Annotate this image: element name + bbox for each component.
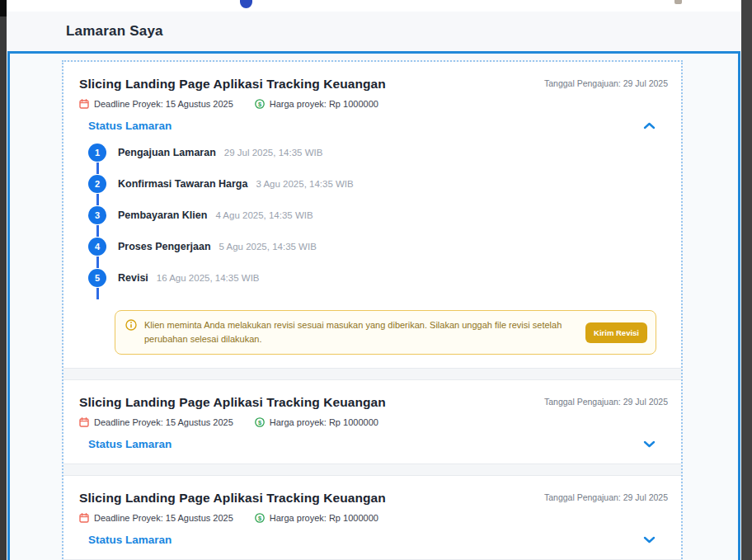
calendar-icon [79,513,89,523]
chevron-down-icon [643,440,656,448]
timeline-step: 4 Proses Pengerjaan 5 Agu 2025, 14:35 WI… [88,238,668,269]
top-navbar [7,0,741,12]
project-title: Slicing Landing Page Aplikasi Tracking K… [79,491,386,506]
revision-message: Klien meminta Anda melakukan revisi sesu… [144,318,578,346]
window-frame-right [741,0,752,560]
window-frame-left [0,0,7,560]
timeline-step: 3 Pembayaran Klien 4 Agu 2025, 14:35 WIB [88,206,668,238]
svg-text:$: $ [258,515,262,522]
price-meta: $ Harga proyek: Rp 1000000 [255,513,378,523]
step-title: Proses Pengerjaan [118,241,211,252]
card-header: Slicing Landing Page Aplikasi Tracking K… [79,77,668,92]
app-logo[interactable] [240,0,252,8]
deadline-text: Deadline Proyek: 15 Agustus 2025 [94,417,233,427]
application-card: Slicing Landing Page Aplikasi Tracking K… [63,379,681,464]
deadline-text: Deadline Proyek: 15 Agustus 2025 [94,513,233,523]
timeline-step: 5 Revisi 16 Agu 2025, 14:35 WIB [88,269,668,300]
calendar-icon [79,99,89,109]
project-title: Slicing Landing Page Aplikasi Tracking K… [79,77,386,92]
application-card: Slicing Landing Page Aplikasi Tracking K… [63,62,681,369]
step-number-badge: 4 [88,238,106,256]
application-list: Slicing Landing Page Aplikasi Tracking K… [62,60,683,560]
price-meta: $ Harga proyek: Rp 1000000 [255,417,378,427]
info-icon [125,318,137,334]
svg-text:$: $ [258,419,262,426]
svg-text:$: $ [258,101,262,108]
card-meta: Deadline Proyek: 15 Agustus 2025 $ Harga… [79,513,668,523]
step-number-badge: 5 [88,269,106,287]
deadline-text: Deadline Proyek: 15 Agustus 2025 [94,99,233,109]
status-toggle[interactable]: Status Lamaran [79,438,668,450]
step-timestamp: 16 Agu 2025, 14:35 WIB [157,273,260,283]
step-number-badge: 1 [88,144,106,162]
submission-date: Tanggal Pengajuan: 29 Jul 2025 [544,395,668,407]
step-title: Konfirmasi Tawaran Harga [118,178,247,190]
status-label: Status Lamaran [88,438,172,450]
card-meta: Deadline Proyek: 15 Agustus 2025 $ Harga… [79,99,668,109]
step-timestamp: 5 Agu 2025, 14:35 WIB [219,242,317,252]
app-window: Lamaran Saya Slicing Landing Page Aplika… [7,0,741,560]
price-text: Harga proyek: Rp 1000000 [270,417,378,427]
price-text: Harga proyek: Rp 1000000 [270,99,378,109]
submission-date: Tanggal Pengajuan: 29 Jul 2025 [544,491,668,502]
price-text: Harga proyek: Rp 1000000 [270,513,378,523]
step-timestamp: 4 Agu 2025, 14:35 WIB [215,210,313,220]
main-content: Slicing Landing Page Aplikasi Tracking K… [7,51,740,560]
step-title: Pengajuan Lamaran [118,147,216,158]
step-number-badge: 3 [88,206,106,224]
deadline-meta: Deadline Proyek: 15 Agustus 2025 [79,417,233,427]
dollar-icon: $ [255,513,265,523]
card-header: Slicing Landing Page Aplikasi Tracking K… [79,395,668,410]
status-toggle[interactable]: Status Lamaran [79,120,668,132]
send-revision-button[interactable]: Kirim Revisi [585,322,647,343]
timeline-step: 1 Pengajuan Lamaran 29 Jul 2025, 14:35 W… [88,144,668,175]
avatar[interactable] [674,0,682,4]
chevron-down-icon [643,536,656,544]
submission-date: Tanggal Pengajuan: 29 Jul 2025 [544,77,668,88]
price-meta: $ Harga proyek: Rp 1000000 [255,99,378,109]
chevron-up-icon [643,122,656,129]
step-number-badge: 2 [88,175,106,193]
step-timestamp: 29 Jul 2025, 14:35 WIB [224,148,323,158]
status-toggle[interactable]: Status Lamaran [79,534,668,546]
status-label: Status Lamaran [88,120,172,132]
step-title: Pembayaran Klien [118,209,207,221]
deadline-meta: Deadline Proyek: 15 Agustus 2025 [79,99,233,109]
deadline-meta: Deadline Proyek: 15 Agustus 2025 [79,513,233,523]
project-title: Slicing Landing Page Aplikasi Tracking K… [79,395,386,410]
status-label: Status Lamaran [88,534,172,546]
revision-notice: Klien meminta Anda melakukan revisi sesu… [115,310,656,355]
dollar-icon: $ [255,417,265,427]
timeline-step: 2 Konfirmasi Tawaran Harga 3 Agu 2025, 1… [88,175,668,206]
card-meta: Deadline Proyek: 15 Agustus 2025 $ Harga… [79,417,668,427]
application-card: Slicing Landing Page Aplikasi Tracking K… [63,475,681,560]
calendar-icon [79,417,89,427]
status-timeline: 1 Pengajuan Lamaran 29 Jul 2025, 14:35 W… [79,144,668,355]
card-header: Slicing Landing Page Aplikasi Tracking K… [79,491,668,506]
step-title: Revisi [118,272,148,284]
dollar-icon: $ [255,99,265,109]
page-title: Lamaran Saya [66,23,163,40]
step-timestamp: 3 Agu 2025, 14:35 WIB [256,179,353,189]
page-header: Lamaran Saya [7,12,741,51]
